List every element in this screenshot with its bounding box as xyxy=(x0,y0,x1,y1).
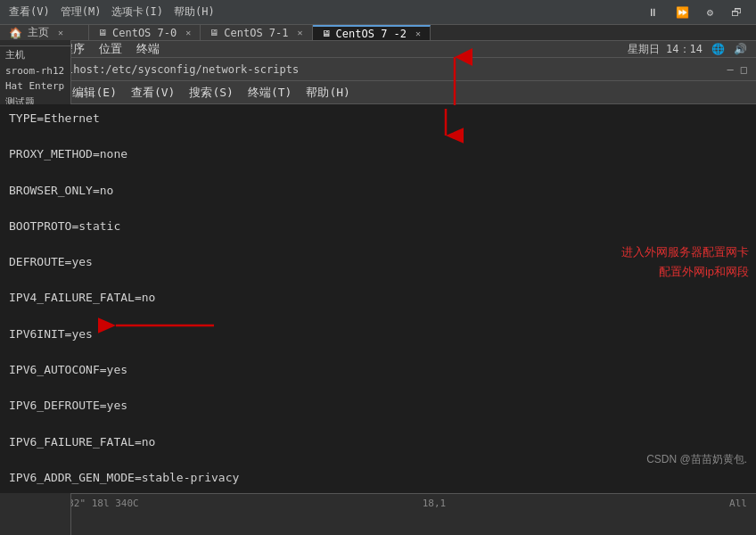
minimize-icon[interactable]: — xyxy=(727,63,734,76)
terminal-menubar: 文件(F) 编辑(E) 查看(V) 搜索(S) 终端(T) 帮助(H) xyxy=(0,81,756,104)
terminal-menu-edit[interactable]: 编辑(E) xyxy=(67,85,121,101)
terminal-menu-terminal[interactable]: 终端(T) xyxy=(242,85,297,101)
terminal-menu-view[interactable]: 查看(V) xyxy=(126,85,180,101)
tab-centos71-label: CentOS 7-1 xyxy=(224,27,288,39)
tab-centos71-close[interactable]: ✕ xyxy=(298,28,303,37)
top-menubar: 查看(V) 管理(M) 选项卡(I) 帮助(H) ⏸ ⏩ ⚙ 🗗 xyxy=(0,0,756,25)
statusbar-mode: All xyxy=(729,498,747,509)
settings-icon[interactable]: ⚙ xyxy=(707,6,713,19)
app-menu-location[interactable]: 位置 xyxy=(99,41,122,57)
top-menu-help[interactable]: 帮助(H) xyxy=(174,4,215,20)
terminal-titlebar-controls: — □ xyxy=(727,63,747,76)
csdn-watermark: CSDN @苗苗奶黄包. xyxy=(646,451,747,468)
top-menu-view[interactable]: 查看(V) xyxy=(9,4,50,20)
vm-icon: 🖥 xyxy=(210,28,218,37)
tab-centos71[interactable]: 🖥 CentOS 7-1 ✕ xyxy=(201,25,312,40)
vm-icon: 🖥 xyxy=(98,28,107,37)
pause-icon[interactable]: ⏸ xyxy=(647,6,658,19)
tab-home-label: 主页 xyxy=(28,25,49,40)
top-menu-tabs[interactable]: 选项卡(I) xyxy=(111,4,163,20)
tab-home-close[interactable]: ✕ xyxy=(58,28,63,37)
datetime-label: 星期日 14：14 xyxy=(628,42,703,57)
app-bar: 🐾 应用程序 位置 终端 星期日 14：14 🌐 🔊 xyxy=(0,41,756,58)
tab-centos72-label: CentOS 7 -2 xyxy=(336,28,407,40)
tab-centos70-label: CentOS 7-0 xyxy=(112,27,177,39)
app-menu-terminal[interactable]: 终端 xyxy=(136,41,160,57)
terminal-content[interactable]: TYPE=Ethernet PROXY_METHOD=none BROWSER_… xyxy=(0,104,756,493)
tabs-bar: 🏠 主页 ✕ 🖥 CentOS 7-0 ✕ 🖥 CentOS 7-1 ✕ 🖥 C… xyxy=(0,25,756,41)
terminal-text: TYPE=Ethernet PROXY_METHOD=none BROWSER_… xyxy=(9,110,747,493)
tab-centos70-close[interactable]: ✕ xyxy=(185,28,191,37)
tab-centos72-close[interactable]: ✕ xyxy=(415,29,421,38)
app-bar-right: 星期日 14：14 🌐 🔊 xyxy=(628,42,747,57)
terminal-menu-search[interactable]: 搜索(S) xyxy=(184,85,238,101)
maximize-icon[interactable]: □ xyxy=(741,63,747,76)
terminal-menu-help[interactable]: 帮助(H) xyxy=(300,85,355,101)
controls-icon[interactable]: ⏩ xyxy=(676,6,689,19)
volume-icon[interactable]: 🔊 xyxy=(734,43,747,55)
terminal-titlebar: root@localhost:/etc/sysconfig/network-sc… xyxy=(0,58,756,81)
statusbar-position: 18,1 xyxy=(423,498,447,509)
tab-home[interactable]: 🏠 主页 ✕ xyxy=(0,25,89,40)
terminal-statusbar: "ifcfg-ens32" 18l 340C 18,1 All xyxy=(0,493,756,513)
terminal-window: root@localhost:/etc/sysconfig/network-sc… xyxy=(0,58,756,513)
sidebar-item[interactable]: sroom-rh12 xyxy=(0,63,70,78)
sidebar-item[interactable]: Hat Enterp xyxy=(0,78,70,94)
main-area: 🏠 主页 ✕ 🖥 CentOS 7-0 ✕ 🖥 CentOS 7-1 ✕ 🖥 C… xyxy=(0,25,756,506)
tab-centos72[interactable]: 🖥 CentOS 7 -2 ✕ xyxy=(313,25,431,40)
vm-icon-active: 🖥 xyxy=(322,29,331,38)
tab-centos70[interactable]: 🖥 CentOS 7-0 ✕ xyxy=(89,25,201,40)
network-icon[interactable]: 🌐 xyxy=(711,43,725,55)
window-icon[interactable]: 🗗 xyxy=(731,6,742,19)
top-menu-manage[interactable]: 管理(M) xyxy=(61,4,102,20)
sidebar-item[interactable]: 主机 xyxy=(0,46,70,63)
home-icon: 🏠 xyxy=(9,27,22,39)
